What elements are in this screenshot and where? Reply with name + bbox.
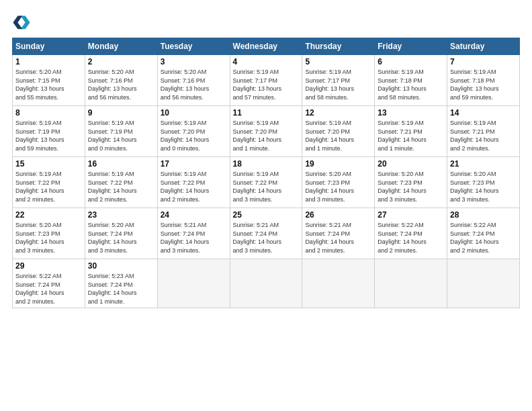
col-header-wednesday: Wednesday [230, 38, 302, 55]
svg-marker-1 [13, 16, 22, 30]
cell-info: Sunrise: 5:21 AM Sunset: 7:24 PM Dayligh… [305, 221, 371, 255]
cell-info: Sunrise: 5:19 AM Sunset: 7:17 PM Dayligh… [305, 68, 371, 101]
day-number: 14 [450, 108, 517, 118]
cell-info: Sunrise: 5:19 AM Sunset: 7:18 PM Dayligh… [450, 68, 517, 101]
calendar-cell [302, 259, 375, 308]
day-number: 16 [88, 159, 154, 169]
cell-info: Sunrise: 5:19 AM Sunset: 7:22 PM Dayligh… [88, 170, 154, 203]
calendar-cell: 15Sunrise: 5:19 AM Sunset: 7:22 PM Dayli… [13, 157, 85, 208]
cell-info: Sunrise: 5:20 AM Sunset: 7:23 PM Dayligh… [305, 170, 371, 203]
day-number: 19 [305, 159, 371, 169]
calendar-cell [157, 259, 230, 308]
calendar-cell: 23Sunrise: 5:20 AM Sunset: 7:24 PM Dayli… [85, 208, 157, 259]
day-number: 18 [233, 159, 300, 169]
cell-info: Sunrise: 5:19 AM Sunset: 7:21 PM Dayligh… [450, 119, 517, 152]
day-number: 6 [378, 57, 444, 66]
cell-info: Sunrise: 5:19 AM Sunset: 7:19 PM Dayligh… [88, 119, 154, 152]
day-number: 30 [88, 261, 154, 271]
day-number: 22 [15, 210, 82, 220]
day-number: 20 [378, 159, 444, 169]
day-number: 25 [233, 210, 300, 220]
col-header-saturday: Saturday [447, 38, 520, 55]
logo-icon [12, 12, 31, 31]
cell-info: Sunrise: 5:19 AM Sunset: 7:17 PM Dayligh… [233, 68, 300, 101]
calendar-cell: 16Sunrise: 5:19 AM Sunset: 7:22 PM Dayli… [85, 157, 157, 208]
calendar-cell: 24Sunrise: 5:21 AM Sunset: 7:24 PM Dayli… [157, 208, 230, 259]
calendar-cell: 7Sunrise: 5:19 AM Sunset: 7:18 PM Daylig… [447, 55, 520, 106]
col-header-tuesday: Tuesday [157, 38, 230, 55]
calendar-cell: 9Sunrise: 5:19 AM Sunset: 7:19 PM Daylig… [85, 106, 157, 157]
day-number: 3 [161, 57, 227, 66]
calendar-cell: 4Sunrise: 5:19 AM Sunset: 7:17 PM Daylig… [230, 55, 302, 106]
day-number: 29 [15, 261, 82, 271]
calendar-cell: 1Sunrise: 5:20 AM Sunset: 7:15 PM Daylig… [13, 55, 85, 106]
day-number: 23 [88, 210, 154, 220]
day-number: 11 [233, 108, 300, 118]
day-number: 21 [450, 159, 517, 169]
cell-info: Sunrise: 5:21 AM Sunset: 7:24 PM Dayligh… [161, 221, 227, 255]
week-row-1: 1Sunrise: 5:20 AM Sunset: 7:15 PM Daylig… [13, 55, 520, 106]
calendar-cell: 10Sunrise: 5:19 AM Sunset: 7:20 PM Dayli… [157, 106, 230, 157]
calendar-header-row: SundayMondayTuesdayWednesdayThursdayFrid… [13, 38, 520, 55]
calendar-cell: 3Sunrise: 5:20 AM Sunset: 7:16 PM Daylig… [157, 55, 230, 106]
calendar-cell: 28Sunrise: 5:22 AM Sunset: 7:24 PM Dayli… [447, 208, 520, 259]
cell-info: Sunrise: 5:22 AM Sunset: 7:24 PM Dayligh… [15, 272, 82, 306]
calendar-cell: 27Sunrise: 5:22 AM Sunset: 7:24 PM Dayli… [375, 208, 447, 259]
day-number: 4 [233, 57, 300, 66]
cell-info: Sunrise: 5:20 AM Sunset: 7:24 PM Dayligh… [88, 221, 154, 255]
day-number: 15 [15, 159, 82, 169]
cell-info: Sunrise: 5:20 AM Sunset: 7:16 PM Dayligh… [88, 68, 154, 101]
cell-info: Sunrise: 5:19 AM Sunset: 7:19 PM Dayligh… [15, 119, 82, 152]
header [12, 12, 520, 31]
calendar-cell: 13Sunrise: 5:19 AM Sunset: 7:21 PM Dayli… [375, 106, 447, 157]
calendar-table: SundayMondayTuesdayWednesdayThursdayFrid… [12, 38, 520, 308]
cell-info: Sunrise: 5:19 AM Sunset: 7:20 PM Dayligh… [305, 119, 371, 152]
col-header-thursday: Thursday [302, 38, 375, 55]
day-number: 8 [15, 108, 82, 118]
page: SundayMondayTuesdayWednesdayThursdayFrid… [0, 0, 532, 411]
day-number: 2 [88, 57, 154, 66]
col-header-monday: Monday [85, 38, 157, 55]
cell-info: Sunrise: 5:20 AM Sunset: 7:23 PM Dayligh… [15, 221, 82, 255]
calendar-cell: 8Sunrise: 5:19 AM Sunset: 7:19 PM Daylig… [13, 106, 85, 157]
cell-info: Sunrise: 5:19 AM Sunset: 7:22 PM Dayligh… [233, 170, 300, 203]
day-number: 24 [161, 210, 227, 220]
calendar-cell: 12Sunrise: 5:19 AM Sunset: 7:20 PM Dayli… [302, 106, 375, 157]
day-number: 26 [305, 210, 371, 220]
col-header-friday: Friday [375, 38, 447, 55]
cell-info: Sunrise: 5:19 AM Sunset: 7:22 PM Dayligh… [15, 170, 82, 203]
cell-info: Sunrise: 5:23 AM Sunset: 7:24 PM Dayligh… [88, 272, 154, 306]
calendar-cell: 11Sunrise: 5:19 AM Sunset: 7:20 PM Dayli… [230, 106, 302, 157]
day-number: 12 [305, 108, 371, 118]
calendar-cell: 20Sunrise: 5:20 AM Sunset: 7:23 PM Dayli… [375, 157, 447, 208]
calendar-cell [230, 259, 302, 308]
day-number: 9 [88, 108, 154, 118]
day-number: 1 [15, 57, 82, 66]
day-number: 17 [161, 159, 227, 169]
cell-info: Sunrise: 5:20 AM Sunset: 7:23 PM Dayligh… [450, 170, 517, 203]
calendar-cell: 2Sunrise: 5:20 AM Sunset: 7:16 PM Daylig… [85, 55, 157, 106]
day-number: 7 [450, 57, 517, 66]
cell-info: Sunrise: 5:20 AM Sunset: 7:15 PM Dayligh… [15, 68, 82, 101]
calendar-cell: 6Sunrise: 5:19 AM Sunset: 7:18 PM Daylig… [375, 55, 447, 106]
day-number: 27 [378, 210, 444, 220]
calendar-cell: 30Sunrise: 5:23 AM Sunset: 7:24 PM Dayli… [85, 259, 157, 308]
calendar-cell: 29Sunrise: 5:22 AM Sunset: 7:24 PM Dayli… [13, 259, 85, 308]
svg-marker-0 [21, 16, 30, 30]
cell-info: Sunrise: 5:20 AM Sunset: 7:23 PM Dayligh… [378, 170, 444, 203]
week-row-5: 29Sunrise: 5:22 AM Sunset: 7:24 PM Dayli… [13, 259, 520, 308]
calendar-cell: 5Sunrise: 5:19 AM Sunset: 7:17 PM Daylig… [302, 55, 375, 106]
calendar-cell: 22Sunrise: 5:20 AM Sunset: 7:23 PM Dayli… [13, 208, 85, 259]
week-row-4: 22Sunrise: 5:20 AM Sunset: 7:23 PM Dayli… [13, 208, 520, 259]
day-number: 5 [305, 57, 371, 66]
cell-info: Sunrise: 5:21 AM Sunset: 7:24 PM Dayligh… [233, 221, 300, 255]
calendar-cell [375, 259, 447, 308]
calendar-cell: 18Sunrise: 5:19 AM Sunset: 7:22 PM Dayli… [230, 157, 302, 208]
logo [12, 12, 34, 31]
calendar-cell: 21Sunrise: 5:20 AM Sunset: 7:23 PM Dayli… [447, 157, 520, 208]
day-number: 13 [378, 108, 444, 118]
col-header-sunday: Sunday [13, 38, 85, 55]
week-row-3: 15Sunrise: 5:19 AM Sunset: 7:22 PM Dayli… [13, 157, 520, 208]
day-number: 28 [450, 210, 517, 220]
calendar-cell: 17Sunrise: 5:19 AM Sunset: 7:22 PM Dayli… [157, 157, 230, 208]
